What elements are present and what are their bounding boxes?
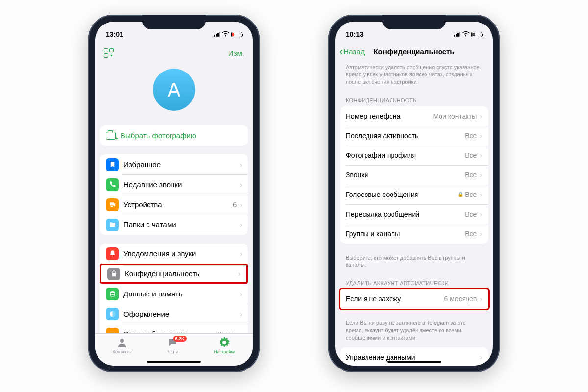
chevron-right-icon: ›: [240, 250, 242, 258]
chevron-right-icon: ›: [480, 230, 482, 238]
settings-content[interactable]: Выбрать фотографию Избранное›Недавние зв…: [95, 125, 253, 333]
settings-row-bell[interactable]: Уведомления и звуки›: [100, 244, 248, 264]
chevron-right-icon: ›: [480, 210, 482, 218]
svg-rect-2: [109, 333, 114, 333]
privacy-row[interactable]: Последняя активностьВсе›: [340, 126, 488, 146]
chevron-right-icon: ›: [480, 132, 482, 140]
home-indicator[interactable]: [147, 361, 201, 363]
back-button[interactable]: ‹ Назад: [339, 47, 365, 57]
chevron-right-icon: ›: [480, 353, 482, 361]
row-value: Все: [465, 132, 477, 140]
folder-icon: [106, 219, 119, 231]
phone-frame-left: 13:01 Изм. A Выбрать фотографию: [88, 15, 260, 372]
privacy-row[interactable]: Голосовые сообщения🔒Все›: [340, 185, 488, 204]
home-indicator[interactable]: [387, 361, 441, 363]
avatar-zone: A: [95, 64, 253, 125]
settings-row-data[interactable]: Данные и память›: [100, 284, 248, 304]
chevron-right-icon: ›: [480, 171, 482, 179]
settings-row-lock[interactable]: Конфиденциальность›: [100, 264, 248, 284]
row-value: Все: [465, 230, 477, 238]
row-label: Последняя активность: [346, 132, 465, 140]
tab-settings[interactable]: Настройки: [214, 337, 235, 354]
wifi-icon: [222, 31, 229, 38]
devices-icon: [106, 198, 119, 211]
choose-photo-group: Выбрать фотографию: [100, 125, 248, 146]
contacts-icon: [116, 337, 128, 348]
battery-icon: [106, 328, 119, 334]
data-mgmt-group: Управление данными ›: [340, 347, 488, 366]
phone-icon: [106, 178, 119, 191]
data-mgmt-label: Управление данными: [346, 353, 480, 361]
privacy-content[interactable]: Автоматически удалять сообщения спустя у…: [335, 62, 493, 366]
row-label: Оформление: [123, 310, 240, 318]
settings-header: Изм.: [95, 42, 253, 64]
back-label: Назад: [343, 48, 365, 56]
row-label: Группы и каналы: [346, 230, 465, 238]
phone-frame-right: 10:13 ‹ Назад Конфиденциальность Автомат…: [328, 15, 500, 372]
privacy-row[interactable]: Группы и каналыВсе›: [340, 224, 488, 244]
settings-row-folder[interactable]: Папки с чатами›: [100, 215, 248, 235]
row-value: Выкл.: [217, 330, 237, 333]
avatar[interactable]: A: [153, 69, 195, 111]
status-icons: [454, 31, 482, 38]
settings-group-2: Уведомления и звуки›Конфиденциальность›Д…: [100, 244, 248, 333]
chevron-right-icon: ›: [240, 290, 242, 298]
signal-icon: [454, 32, 460, 37]
privacy-group: Номер телефонаМои контакты›Последняя акт…: [340, 106, 488, 244]
row-label: Данные и память: [123, 290, 240, 298]
edit-button[interactable]: Изм.: [228, 49, 244, 57]
lock-icon: [107, 268, 120, 280]
chevron-right-icon: ›: [240, 221, 242, 229]
wifi-icon: [462, 31, 469, 38]
privacy-row[interactable]: ЗвонкиВсе›: [340, 165, 488, 185]
bell-icon: [106, 247, 119, 260]
choose-photo-label: Выбрать фотографию: [121, 131, 196, 140]
intro-text: Автоматически удалять сообщения спустя у…: [340, 62, 488, 92]
tab-chats[interactable]: 6,2K Чаты: [167, 337, 178, 354]
row-label: Фотографии профиля: [346, 151, 465, 159]
appearance-icon: [106, 308, 119, 320]
status-time: 10:13: [346, 30, 364, 38]
settings-row-phone[interactable]: Недавние звонки›: [100, 174, 248, 195]
notch: [382, 15, 446, 29]
lock-icon: 🔒: [457, 192, 463, 197]
chevron-right-icon: ›: [480, 112, 482, 120]
row-label: Пересылка сообщений: [346, 210, 465, 218]
chevron-right-icon: ›: [240, 181, 242, 189]
auto-delete-label: Если я не захожу: [346, 295, 444, 303]
privacy-row[interactable]: Пересылка сообщенийВсе›: [340, 204, 488, 224]
settings-row-devices[interactable]: Устройства6›: [100, 195, 248, 215]
row-label: Избранное: [123, 160, 240, 169]
status-time: 13:01: [106, 30, 123, 38]
data-mgmt-row[interactable]: Управление данными ›: [340, 347, 488, 366]
privacy-row[interactable]: Номер телефонаМои контакты›: [340, 106, 488, 126]
privacy-footer: Выберите, кто может добавлять Вас в груп…: [340, 252, 488, 275]
settings-row-appearance[interactable]: Оформление›: [100, 304, 248, 324]
privacy-header: ‹ Назад Конфиденциальность: [335, 42, 493, 62]
settings-icon: [219, 337, 230, 348]
row-value: Все: [465, 210, 477, 218]
tab-contacts-label: Контакты: [113, 349, 132, 354]
auto-delete-value: 6 месяцев: [444, 295, 477, 303]
camera-icon: [106, 132, 116, 140]
battery-icon: [471, 32, 482, 37]
privacy-row[interactable]: Фотографии профиляВсе›: [340, 146, 488, 165]
tab-contacts[interactable]: Контакты: [113, 337, 132, 354]
screen-settings: 13:01 Изм. A Выбрать фотографию: [95, 22, 253, 366]
settings-row-bookmark[interactable]: Избранное›: [100, 154, 248, 174]
qr-icon[interactable]: [104, 48, 114, 58]
chevron-right-icon: ›: [240, 161, 242, 169]
row-label: Уведомления и звуки: [123, 249, 240, 258]
signal-icon: [214, 32, 220, 37]
choose-photo-row[interactable]: Выбрать фотографию: [100, 125, 248, 146]
chevron-right-icon: ›: [480, 151, 482, 159]
chevron-right-icon: ›: [240, 201, 242, 209]
settings-row-battery[interactable]: ЭнергосбережениеВыкл.›: [100, 324, 248, 333]
svg-point-0: [110, 291, 115, 293]
chevron-right-icon: ›: [480, 191, 482, 198]
row-value: 🔒Все: [457, 191, 477, 198]
row-value: 6: [233, 200, 237, 209]
auto-delete-row[interactable]: Если я не захожу 6 месяцев ›: [340, 289, 488, 309]
tab-settings-label: Настройки: [214, 349, 235, 354]
row-label: Энергосбережение: [123, 330, 217, 333]
